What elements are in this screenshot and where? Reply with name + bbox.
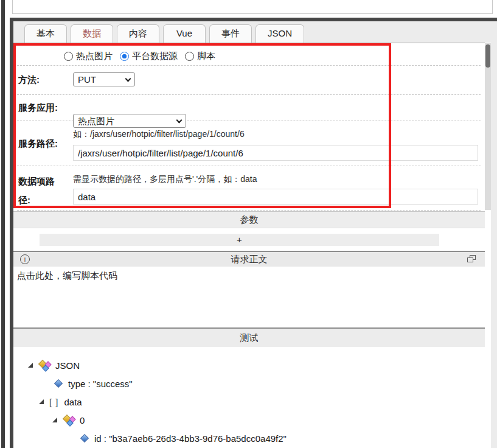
request-body-section-header: i 请求正文 — [13, 251, 485, 267]
radio-icon — [64, 52, 73, 61]
tab-json[interactable]: JSON — [255, 24, 304, 43]
service-app-select-value: 热点图片 — [78, 116, 114, 126]
divider — [17, 65, 481, 66]
tree-node-id[interactable]: id : "b3a7aeb6-26d3-4bb3-9d76-ba5dcc0a49… — [80, 432, 287, 444]
tab-data[interactable]: 数据 — [71, 24, 113, 43]
tree-node-type[interactable]: type : "success" — [54, 377, 133, 390]
request-body-title: 请求正文 — [231, 254, 268, 264]
radio-label: 热点图片 — [76, 51, 113, 62]
upper-panel-bottom — [12, 0, 493, 14]
divider — [17, 210, 481, 211]
data-path-input[interactable] — [73, 189, 478, 205]
expanded-arrow-icon[interactable] — [39, 399, 44, 404]
radio-hotpic-image[interactable]: 热点图片 — [64, 51, 113, 62]
restore-front-rect — [467, 257, 473, 262]
chevron-down-icon — [176, 117, 182, 124]
service-path-input[interactable] — [73, 145, 478, 161]
tree-node-data[interactable]: [ ] data — [39, 396, 82, 408]
form-scrollbar-thumb[interactable] — [485, 44, 490, 68]
tab-vue[interactable]: Vue — [163, 24, 206, 43]
json-object-icon — [38, 360, 52, 371]
radio-checked-icon — [120, 52, 129, 61]
info-icon[interactable]: i — [20, 254, 30, 264]
tree-node-root[interactable]: JSON — [28, 359, 80, 371]
tab-content[interactable]: 内容 — [117, 24, 159, 43]
radio-label: 脚本 — [197, 51, 215, 62]
chevron-down-icon — [125, 76, 131, 82]
data-source-radio-group: 热点图片 平台数据源 脚本 — [64, 50, 215, 62]
tree-node-label: 0 — [80, 415, 85, 425]
method-label: 方法: — [18, 74, 40, 86]
method-select-value: PUT — [78, 74, 96, 85]
method-select[interactable]: PUT — [73, 72, 135, 86]
service-path-label: 服务路径: — [18, 138, 58, 150]
script-editor-placeholder[interactable]: 点击此处，编写脚本代码 — [17, 270, 117, 282]
radio-script[interactable]: 脚本 — [185, 51, 215, 62]
tree-node-label: id : "b3a7aeb6-26d3-4bb3-9d76-ba5dcc0a49… — [94, 433, 287, 444]
expanded-arrow-icon[interactable] — [28, 363, 33, 368]
divider — [17, 166, 481, 166]
expanded-arrow-icon[interactable] — [52, 418, 57, 422]
json-object-icon — [63, 415, 76, 426]
restore-window-icon[interactable] — [467, 255, 476, 263]
service-app-label: 服务应用: — [18, 102, 58, 114]
radio-label: 平台数据源 — [132, 51, 178, 62]
value-diamond-icon — [80, 434, 89, 443]
radio-icon — [185, 52, 194, 61]
data-path-label: 数据项路径: — [18, 172, 57, 209]
service-app-select[interactable]: 热点图片 — [73, 114, 186, 128]
left-window-edge — [1, 0, 5, 448]
right-gutter — [491, 21, 497, 448]
service-path-hint: 如：/jaxrs/user/hotpic/filter/list/page/1/… — [73, 129, 245, 140]
property-tab-bar: 基本 数据 内容 Vue 事件 JSON — [13, 21, 497, 43]
radio-platform-datasource[interactable]: 平台数据源 — [120, 51, 178, 62]
tab-basic[interactable]: 基本 — [24, 24, 67, 43]
test-section-header: 测试 — [13, 327, 485, 347]
tree-node-label: JSON — [55, 360, 80, 371]
tab-event[interactable]: 事件 — [209, 24, 252, 43]
tree-node-label: type : "success" — [68, 379, 133, 389]
params-section-header: 参数 — [13, 211, 485, 228]
tree-node-label: data — [64, 397, 82, 407]
divider — [17, 94, 481, 95]
add-param-button[interactable]: + — [40, 234, 439, 246]
value-diamond-icon — [54, 379, 63, 388]
tree-node-item0[interactable]: 0 — [52, 414, 85, 426]
data-path-hint: 需显示数据的路径，多层用点号'.'分隔，如：data — [73, 174, 257, 185]
json-array-icon: [ ] — [49, 397, 59, 407]
form-scrollbar-track[interactable] — [485, 43, 491, 210]
